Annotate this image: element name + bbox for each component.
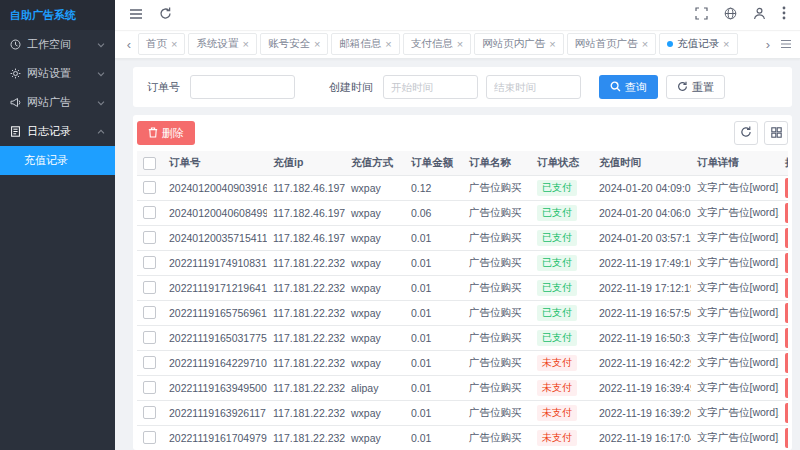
row-delete-button[interactable]: 删除 <box>785 228 788 248</box>
row-checkbox[interactable] <box>143 331 156 344</box>
row-delete-button[interactable]: 删除 <box>785 403 788 423</box>
select-all-checkbox[interactable] <box>143 157 156 170</box>
row-checkbox[interactable] <box>143 356 156 369</box>
table-toolbar: 删除 <box>133 115 792 151</box>
cell-method: wxpay <box>345 325 405 350</box>
row-delete-button[interactable]: 删除 <box>785 253 788 273</box>
row-checkbox[interactable] <box>143 231 156 244</box>
status-badge: 未支付 <box>537 380 577 396</box>
row-delete-button[interactable]: 删除 <box>785 203 788 223</box>
table-row: 20221119163926117117.181.22.232wxpay0.01… <box>137 400 788 425</box>
cell-time: 2022-11-19 16:39:26 <box>593 400 691 425</box>
cell-method: wxpay <box>345 350 405 375</box>
collapse-menu-button[interactable] <box>129 6 143 24</box>
tab-close-icon[interactable]: × <box>642 39 648 50</box>
fullscreen-icon <box>695 6 708 24</box>
tab-item[interactable]: 网站首页广告× <box>567 33 656 55</box>
row-checkbox[interactable] <box>143 406 156 419</box>
sidebar-subitem[interactable]: 充值记录 <box>0 146 115 175</box>
column-header: 充值ip <box>267 151 345 175</box>
more-vertical-icon <box>782 6 786 24</box>
order-number-input[interactable] <box>190 75 295 99</box>
user-menu-button[interactable] <box>753 6 766 24</box>
tab-scroll-right-button[interactable]: › <box>759 38 777 51</box>
more-menu-button[interactable] <box>782 6 786 24</box>
table-row: 20221119171219641117.181.22.232wxpay0.01… <box>137 275 788 300</box>
tab-item[interactable]: 系统设置× <box>188 33 256 55</box>
row-checkbox[interactable] <box>143 206 156 219</box>
sidebar-item[interactable]: 工作空间 <box>0 30 115 59</box>
row-checkbox[interactable] <box>143 181 156 194</box>
table-row: 20240120040608499117.182.46.197wxpay0.06… <box>137 200 788 225</box>
tab-close-icon[interactable]: × <box>171 39 177 50</box>
status-badge: 未支付 <box>537 405 577 421</box>
row-delete-button[interactable]: 删除 <box>785 378 788 398</box>
sidebar-item[interactable]: 网站设置 <box>0 59 115 88</box>
cell-order: 20221119165031775 <box>163 325 267 350</box>
cell-ip: 117.181.22.232 <box>267 375 345 400</box>
column-header: 订单金额 <box>405 151 463 175</box>
cell-order: 20221119163949500 <box>163 375 267 400</box>
page-content: 订单号 创建时间 查询 重置 删除 <box>115 59 800 450</box>
cell-name: 广告位购买 <box>463 350 531 375</box>
refresh-page-button[interactable] <box>159 6 172 24</box>
tab-scroll-left-button[interactable]: ‹ <box>120 38 138 51</box>
cell-method: wxpay <box>345 425 405 450</box>
fullscreen-button[interactable] <box>695 6 708 24</box>
table-tools <box>734 121 788 145</box>
table-row: 20221119164229710117.181.22.232wxpay0.01… <box>137 350 788 375</box>
language-button[interactable] <box>724 6 737 24</box>
row-checkbox[interactable] <box>143 381 156 394</box>
status-badge: 已支付 <box>537 330 577 346</box>
tab-item[interactable]: 首页× <box>138 33 185 55</box>
row-checkbox[interactable] <box>143 281 156 294</box>
tab-close-icon[interactable]: × <box>314 39 320 50</box>
cell-detail: 文字广告位[word]... <box>691 375 779 400</box>
start-time-input[interactable] <box>383 75 478 99</box>
tab-close-icon[interactable]: × <box>723 39 729 50</box>
sidebar-item[interactable]: 网站广告 <box>0 88 115 117</box>
row-delete-button[interactable]: 删除 <box>785 428 788 448</box>
chevron-up-icon <box>97 128 105 136</box>
cell-name: 广告位购买 <box>463 425 531 450</box>
column-settings-button[interactable] <box>764 121 788 145</box>
cell-ip: 117.181.22.232 <box>267 300 345 325</box>
tab-close-icon[interactable]: × <box>549 39 555 50</box>
cell-amount: 0.01 <box>405 425 463 450</box>
cell-time: 2022-11-19 16:57:56 <box>593 300 691 325</box>
search-button[interactable]: 查询 <box>599 75 658 99</box>
tab-item[interactable]: 充值记录× <box>659 33 737 55</box>
tab-label: 网站页内广告 <box>482 37 545 51</box>
tab-close-icon[interactable]: × <box>385 39 391 50</box>
workspace-icon <box>10 39 21 50</box>
cell-method: wxpay <box>345 250 405 275</box>
row-delete-button[interactable]: 删除 <box>785 278 788 298</box>
row-delete-button[interactable]: 删除 <box>785 178 788 198</box>
reset-button[interactable]: 重置 <box>666 75 725 99</box>
tab-close-icon[interactable]: × <box>457 39 463 50</box>
tab-item[interactable]: 网站页内广告× <box>474 33 563 55</box>
trash-icon <box>148 127 158 140</box>
cell-time: 2024-01-20 04:09:03 <box>593 175 691 200</box>
tab-item[interactable]: 账号安全× <box>260 33 328 55</box>
row-checkbox[interactable] <box>143 256 156 269</box>
tab-item[interactable]: 支付信息× <box>403 33 471 55</box>
end-time-input[interactable] <box>486 75 581 99</box>
cell-ip: 117.182.46.197 <box>267 225 345 250</box>
row-delete-button[interactable]: 删除 <box>785 328 788 348</box>
tab-item[interactable]: 邮箱信息× <box>331 33 399 55</box>
sidebar-item[interactable]: 日志记录 <box>0 117 115 146</box>
delete-button[interactable]: 删除 <box>137 121 195 145</box>
cell-method: alipay <box>345 375 405 400</box>
tab-close-icon[interactable]: × <box>242 39 248 50</box>
row-delete-button[interactable]: 删除 <box>785 353 788 373</box>
table-wrap: 订单号充值ip充值方式订单金额订单名称订单状态充值时间订单详情操作 202401… <box>137 151 788 450</box>
tab-options-button[interactable] <box>780 35 792 53</box>
select-all-cell <box>137 151 163 175</box>
topbar <box>115 0 800 30</box>
cell-order: 20221119171219641 <box>163 275 267 300</box>
row-delete-button[interactable]: 删除 <box>785 303 788 323</box>
row-checkbox[interactable] <box>143 306 156 319</box>
table-refresh-button[interactable] <box>734 121 758 145</box>
row-checkbox[interactable] <box>143 431 156 444</box>
